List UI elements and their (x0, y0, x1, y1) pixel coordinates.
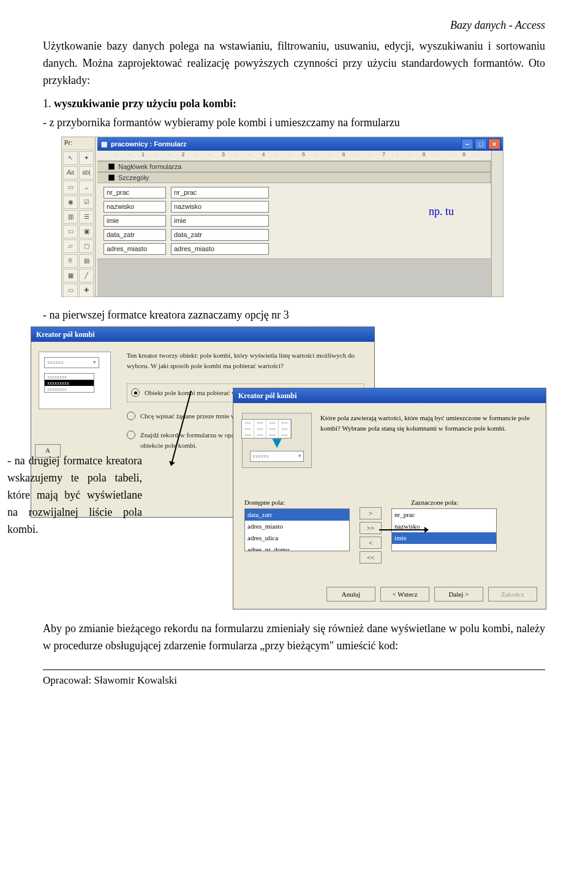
list-item[interactable]: imie (392, 532, 496, 544)
tool-wizard-icon[interactable]: ✦ (79, 151, 94, 165)
form-row: data_zatr data_zatr (104, 229, 484, 241)
list-item[interactable]: nazwisko (392, 521, 496, 532)
tool-button-icon[interactable]: ▭ (63, 225, 78, 238)
wizard1-intro: Ten kreator tworzy obiekt: pole kombi, k… (127, 350, 364, 371)
field-label[interactable]: nazwisko (104, 201, 166, 213)
toolbox-panel: Pr: ↖ ✦ Aa ab| ▭ ⌄ ◉ ☑ ▥ ☰ ▭ ▣ ▱ ▢ ⎘ ▤ ▦… (62, 137, 96, 296)
annotation-np-tu: np. tu (429, 203, 454, 221)
tool-line-icon[interactable]: ╱ (79, 269, 94, 282)
section-header: Nagłówek formularza (97, 161, 491, 172)
tool-textbox-icon[interactable]: ab| (79, 166, 94, 179)
tool-bound-icon[interactable]: ▢ (79, 240, 94, 253)
finish-button[interactable]: Zakończ (488, 587, 537, 602)
tool-page-icon[interactable]: ⎘ (63, 254, 78, 268)
field-control[interactable]: imie (171, 215, 269, 227)
toolbox-grid: ↖ ✦ Aa ab| ▭ ⌄ ◉ ☑ ▥ ☰ ▭ ▣ ▱ ▢ ⎘ ▤ ▦ ╱ ▭… (62, 150, 95, 298)
wizard2-intro: Które pola zawierają wartości, które maj… (320, 413, 535, 434)
screenshots-wizards: Kreator pól kombi xxxxxx▾ xxxxxxxx xxxxx… (31, 326, 545, 559)
sample-combo-icon: xxxxxx▾ (250, 451, 304, 462)
wizard1-titlebar: Kreator pól kombi (31, 327, 374, 342)
tool-toggle-icon[interactable]: ⌄ (79, 181, 94, 194)
field-label[interactable]: nr_prac (104, 187, 166, 198)
sample-combo-icon: xxxxxx▾ (44, 357, 99, 368)
down-arrow-icon: ▼ (241, 439, 312, 447)
field-label[interactable]: adres_miasto (104, 243, 166, 255)
screenshot-form-design: Pr: ↖ ✦ Aa ab| ▭ ⌄ ◉ ☑ ▥ ☰ ▭ ▣ ▱ ▢ ⎘ ▤ ▦… (61, 137, 503, 297)
maximize-button[interactable]: □ (475, 138, 487, 149)
move-buttons: > >> < << (360, 507, 382, 564)
section-detail: Szczegóły (97, 172, 491, 183)
intro-paragraph: Użytkowanie bazy danych polega na wstawi… (43, 38, 545, 89)
tool-label-icon[interactable]: Aa (63, 166, 78, 179)
window-title: pracownicy : Formularz (111, 139, 186, 149)
tool-check-icon[interactable]: ☑ (79, 195, 94, 209)
vertical-scrollbar[interactable] (491, 151, 503, 296)
wizard1-preview: xxxxxx▾ xxxxxxxx xxxxxxxxx xxxxxxxx (39, 352, 111, 409)
radio-icon (127, 412, 135, 420)
back-button[interactable]: < Wstecz (380, 587, 429, 602)
tool-tab-icon[interactable]: ▤ (79, 254, 94, 268)
field-control[interactable]: adres_miasto (171, 243, 269, 255)
list-item[interactable]: adres_nr_domu (245, 544, 349, 551)
field-control[interactable]: nr_prac (171, 187, 269, 198)
next-button[interactable]: Dalej > (434, 587, 483, 602)
avail-label: Dostępne pola: (244, 497, 367, 508)
move-all-left-button[interactable]: << (360, 551, 382, 564)
tool-pointer-icon[interactable]: ↖ (63, 151, 78, 165)
item-number: 1. (43, 97, 51, 110)
radio-icon (131, 388, 140, 397)
cancel-button[interactable]: Anuluj (326, 587, 375, 602)
sample-list-icon: xxxxxxxx xxxxxxxxx xxxxxxxx (44, 373, 94, 393)
wizard-dialog-2: Kreator pól kombi xxxxxxxxxxxx xxxxxxxxx… (233, 388, 546, 609)
field-label[interactable]: imie (104, 215, 166, 227)
section-marker-icon (108, 164, 115, 170)
available-fields-list[interactable]: data_zatr adres_miasto adres_ulica adres… (244, 508, 350, 551)
tool-frame-icon[interactable]: ▱ (63, 240, 78, 253)
form-row: nr_prac nr_prac (104, 187, 484, 198)
outro-paragraph: Aby po zmianie bieżącego rekordu na form… (43, 621, 545, 655)
move-left-button[interactable]: < (360, 537, 382, 549)
radio-icon (127, 431, 135, 439)
list-item[interactable]: adres_ulica (245, 532, 349, 544)
list-item[interactable]: data_zatr (245, 509, 349, 521)
item-title: wyszukiwanie przy użyciu pola kombi: (54, 97, 236, 110)
tool-group-icon[interactable]: ▭ (63, 181, 78, 194)
tool-image-icon[interactable]: ▣ (79, 225, 94, 238)
window-titlebar: ▦ pracownicy : Formularz – □ × (97, 137, 503, 151)
form-row: nazwisko nazwisko (104, 201, 484, 213)
minimize-button[interactable]: – (461, 138, 473, 149)
page-footer: Opracował: Sławomir Kowalski (43, 670, 545, 688)
tool-combo-icon[interactable]: ▥ (63, 210, 78, 224)
field-control[interactable]: data_zatr (171, 229, 269, 241)
wizard2-titlebar: Kreator pól kombi (233, 388, 546, 403)
arrow-selected-field (379, 529, 428, 530)
wizard2-column-labels: Dostępne pola: Zaznaczone pola: (244, 497, 535, 508)
field-control[interactable]: nazwisko (171, 201, 269, 213)
move-all-right-button[interactable]: >> (360, 522, 382, 534)
section-marker-icon (108, 175, 115, 181)
form-icon: ▦ (101, 139, 107, 149)
close-button[interactable]: × (488, 138, 500, 149)
form-row: adres_miasto adres_miasto (104, 243, 484, 255)
tool-option-icon[interactable]: ◉ (63, 195, 78, 209)
list-item[interactable]: adres_miasto (245, 521, 349, 532)
doc-header-right: Bazy danych - Access (43, 17, 545, 34)
sel-label: Zaznaczone pola: (411, 497, 535, 508)
list-item[interactable]: nr_prac (392, 509, 496, 521)
wizard2-footer-buttons: Anuluj < Wstecz Dalej > Zakończ (326, 587, 537, 602)
section-header-label: Nagłówek formularza (118, 162, 181, 172)
move-right-button[interactable]: > (360, 507, 382, 519)
sub-step-1: - z przybornika formantów wybieramy pole… (43, 115, 545, 132)
tool-rect-icon[interactable]: ▭ (63, 284, 78, 297)
field-label[interactable]: data_zatr (104, 229, 166, 241)
tool-more-icon[interactable]: ✚ (79, 284, 94, 297)
design-grid[interactable]: nr_prac nr_prac nazwisko nazwisko imie i… (97, 183, 491, 259)
form-row: imie imie (104, 215, 484, 227)
numbered-item: 1. wyszukiwanie przy użyciu pola kombi: (43, 96, 545, 113)
side-note-paragraph: - na drugiej formatce kreatora wskazujem… (7, 453, 142, 538)
tool-listbox-icon[interactable]: ☰ (79, 210, 94, 224)
section-detail-label: Szczegóły (118, 173, 149, 183)
toolbox-caption: Pr: (62, 137, 95, 150)
tool-sub-icon[interactable]: ▦ (63, 269, 78, 282)
horizontal-ruler: · · 1 · · 2 · · 3 · · 4 · · 5 · · 6 · · … (97, 151, 503, 161)
